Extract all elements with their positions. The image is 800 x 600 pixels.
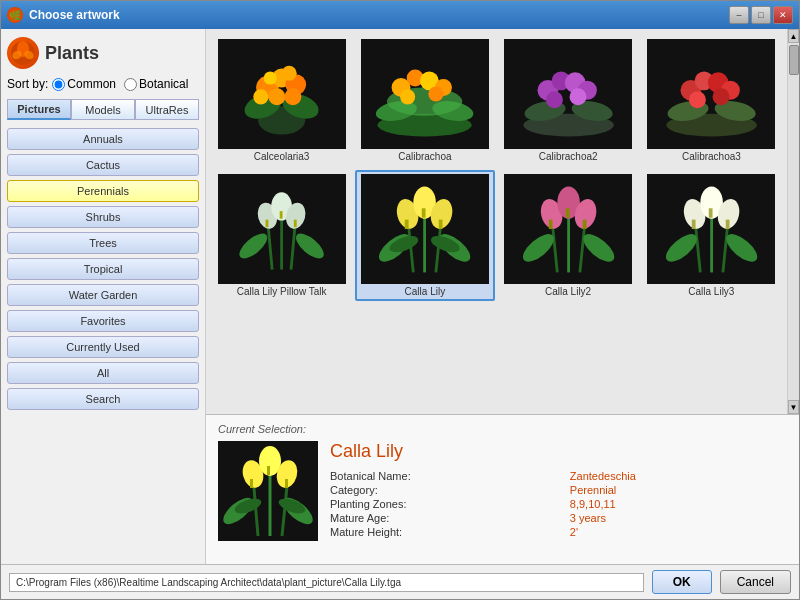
minimize-button[interactable]: – (729, 6, 749, 24)
svg-point-12 (253, 89, 268, 104)
sort-common-radio[interactable] (52, 78, 65, 91)
sort-botanical-radio[interactable] (124, 78, 137, 91)
svg-rect-82 (548, 219, 552, 228)
bottom-bar: C:\Program Files (x86)\Realtime Landscap… (1, 564, 799, 599)
close-button[interactable]: ✕ (773, 6, 793, 24)
svg-point-11 (268, 88, 285, 105)
plant-grid: Calceolaria3 (206, 29, 787, 414)
detail-key-botanical: Botanical Name: (330, 470, 562, 482)
svg-point-45 (689, 91, 706, 108)
category-trees[interactable]: Trees (7, 232, 199, 254)
category-favorites[interactable]: Favorites (7, 310, 199, 332)
plant-label-calla-lily2: Calla Lily2 (545, 286, 591, 297)
plant-img-calla-lily (361, 174, 489, 284)
svg-rect-56 (266, 219, 269, 227)
title-bar-left: 🌿 Choose artwork (7, 7, 120, 23)
category-shrubs[interactable]: Shrubs (7, 206, 199, 228)
ok-button[interactable]: OK (652, 570, 712, 594)
grid-scrollbar[interactable]: ▲ ▼ (787, 29, 799, 414)
title-bar: 🌿 Choose artwork – □ ✕ (1, 1, 799, 29)
detail-val-height: 2' (570, 526, 787, 538)
sort-botanical-label[interactable]: Botanical (124, 77, 188, 91)
title-buttons: – □ ✕ (729, 6, 793, 24)
sidebar: Plants Sort by: Common Botanical Picture… (1, 29, 206, 564)
plant-label-calceolaria3: Calceolaria3 (254, 151, 310, 162)
plant-label-calla-lily-pillow-talk: Calla Lily Pillow Talk (237, 286, 327, 297)
plant-card-calla-lily[interactable]: Calla Lily (355, 170, 494, 301)
svg-rect-58 (294, 219, 297, 227)
svg-rect-96 (726, 219, 730, 228)
tabs-row: Pictures Models UltraRes (7, 99, 199, 120)
sidebar-title: Plants (45, 43, 99, 64)
scroll-down-arrow[interactable]: ▼ (788, 400, 799, 414)
svg-rect-57 (280, 211, 283, 219)
cancel-button[interactable]: Cancel (720, 570, 791, 594)
detail-key-age: Mature Age: (330, 512, 562, 524)
svg-rect-108 (250, 479, 253, 488)
tab-models[interactable]: Models (71, 99, 135, 120)
scroll-up-arrow[interactable]: ▲ (788, 29, 799, 43)
detail-area: Current Selection: (206, 414, 799, 564)
svg-rect-72 (439, 219, 443, 228)
svg-point-15 (282, 65, 297, 80)
category-currently-used[interactable]: Currently Used (7, 336, 199, 358)
svg-point-35 (545, 91, 562, 108)
detail-val-zones: 8,9,10,11 (570, 498, 787, 510)
main-window: 🌿 Choose artwork – □ ✕ Pla (0, 0, 800, 600)
plant-img-calibrachoa3 (647, 39, 775, 149)
svg-point-36 (569, 88, 586, 105)
plant-label-calibrachoa3: Calibrachoa3 (682, 151, 741, 162)
plant-img-calibrachoa (361, 39, 489, 149)
main-content: Plants Sort by: Common Botanical Picture… (1, 29, 799, 564)
plant-img-calla-lily3 (647, 174, 775, 284)
category-perennials[interactable]: Perennials (7, 180, 199, 202)
sort-row: Sort by: Common Botanical (7, 77, 199, 91)
detail-val-category: Perennial (570, 484, 787, 496)
plant-label-calibrachoa2: Calibrachoa2 (539, 151, 598, 162)
category-tropical[interactable]: Tropical (7, 258, 199, 280)
plant-card-calla-lily2[interactable]: Calla Lily2 (499, 170, 638, 301)
detail-plant-name: Calla Lily (330, 441, 787, 462)
plant-card-calla-lily3[interactable]: Calla Lily3 (642, 170, 781, 301)
plant-card-calibrachoa3[interactable]: Calibrachoa3 (642, 35, 781, 166)
plant-img-calceolaria3 (218, 39, 346, 149)
window-title: Choose artwork (29, 8, 120, 22)
detail-key-height: Mature Height: (330, 526, 562, 538)
scroll-thumb[interactable] (789, 45, 799, 75)
svg-point-26 (429, 86, 444, 101)
plant-label-calla-lily: Calla Lily (405, 286, 446, 297)
plant-img-calla-lily-pillow-talk (218, 174, 346, 284)
plant-card-calla-lily-pillow-talk[interactable]: Calla Lily Pillow Talk (212, 170, 351, 301)
detail-key-zones: Planting Zones: (330, 498, 562, 510)
radio-group: Common Botanical (52, 77, 188, 91)
plant-card-calceolaria3[interactable]: Calceolaria3 (212, 35, 351, 166)
category-cactus[interactable]: Cactus (7, 154, 199, 176)
category-annuals[interactable]: Annuals (7, 128, 199, 150)
svg-rect-110 (285, 479, 288, 488)
sidebar-header: Plants (7, 37, 199, 69)
svg-rect-94 (692, 219, 696, 228)
sort-label: Sort by: (7, 77, 48, 91)
tab-ultrares[interactable]: UltraRes (135, 99, 199, 120)
window-icon: 🌿 (7, 7, 23, 23)
svg-point-46 (712, 88, 729, 105)
plants-icon (7, 37, 39, 69)
plant-label-calla-lily3: Calla Lily3 (688, 286, 734, 297)
maximize-button[interactable]: □ (751, 6, 771, 24)
category-water-garden[interactable]: Water Garden (7, 284, 199, 306)
file-path-display: C:\Program Files (x86)\Realtime Landscap… (9, 573, 644, 592)
plant-card-calibrachoa[interactable]: Calibrachoa (355, 35, 494, 166)
svg-rect-95 (709, 208, 713, 217)
plant-img-calibrachoa2 (504, 39, 632, 149)
sort-common-label[interactable]: Common (52, 77, 116, 91)
category-all[interactable]: All (7, 362, 199, 384)
right-panel: Calceolaria3 (206, 29, 799, 564)
svg-rect-109 (267, 466, 270, 475)
category-search[interactable]: Search (7, 388, 199, 410)
plant-img-calla-lily2 (504, 174, 632, 284)
svg-point-25 (400, 89, 415, 104)
plant-card-calibrachoa2[interactable]: Calibrachoa2 (499, 35, 638, 166)
tab-pictures[interactable]: Pictures (7, 99, 71, 120)
detail-val-botanical: Zantedeschia (570, 470, 787, 482)
detail-section-label: Current Selection: (218, 423, 787, 435)
